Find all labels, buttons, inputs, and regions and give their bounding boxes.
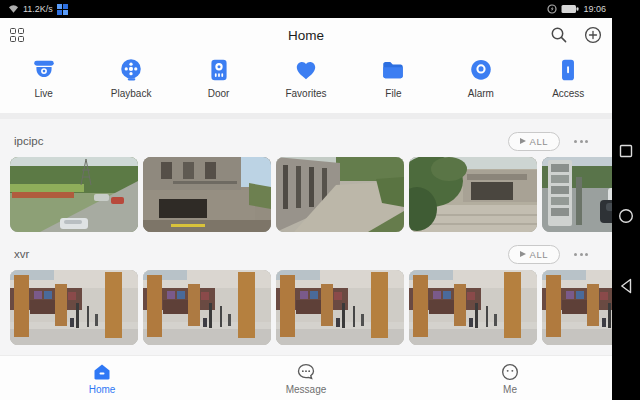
app-screen: 11.2K/s 19:06 (0, 0, 640, 400)
battery-icon (561, 4, 579, 14)
camera-thumbnail-parking[interactable] (542, 157, 612, 232)
home-icon (92, 362, 112, 382)
camera-thumb-row (10, 157, 612, 232)
more-options-icon[interactable] (574, 140, 588, 143)
device-section-ipcipc: ipcipc ALL (0, 129, 612, 232)
me-face-icon (500, 362, 520, 382)
camera-thumbnail-library[interactable] (10, 270, 138, 345)
sync-app-icon (57, 4, 68, 15)
tab-label: Home (89, 384, 116, 395)
play-all-button[interactable]: ALL (508, 132, 560, 151)
shortcut-alarm[interactable]: Alarm (437, 57, 524, 113)
android-home-icon[interactable] (618, 208, 634, 224)
status-bar: 11.2K/s 19:06 (0, 0, 640, 18)
play-all-button[interactable]: ALL (508, 245, 560, 264)
network-signal-icon (8, 4, 19, 14)
play-all-label: ALL (530, 249, 548, 260)
heart-icon (293, 57, 319, 83)
shortcut-door[interactable]: Door (175, 57, 262, 113)
shortcut-label: Door (208, 88, 230, 99)
device-name: xvr (14, 248, 29, 260)
camera-thumbnail-street[interactable] (10, 157, 138, 232)
tab-me[interactable]: Me (408, 356, 612, 400)
camera-thumbnail-building[interactable] (143, 157, 271, 232)
camera-thumbnail-walkway[interactable] (276, 157, 404, 232)
clock: 19:06 (583, 4, 606, 14)
battery-saver-icon (547, 4, 557, 14)
shortcut-label: Access (552, 88, 584, 99)
section-divider (0, 113, 612, 119)
dome-camera-icon (31, 57, 57, 83)
shortcut-label: Live (35, 88, 53, 99)
tab-message[interactable]: Message (204, 356, 408, 400)
playback-reel-icon (118, 57, 144, 83)
add-device-icon[interactable] (584, 26, 602, 44)
page-title: Home (0, 28, 612, 43)
shortcut-label: File (385, 88, 401, 99)
shortcut-row: Live Playback (0, 52, 612, 113)
apps-grid-icon[interactable] (10, 28, 24, 42)
bottom-nav: Home Message Me (0, 355, 612, 400)
network-speed: 11.2K/s (23, 4, 53, 14)
tab-label: Me (503, 384, 517, 395)
app-window: Home (0, 18, 612, 400)
search-icon[interactable] (550, 26, 568, 44)
camera-thumbnail-library[interactable] (542, 270, 612, 345)
more-options-icon[interactable] (574, 253, 588, 256)
alarm-siren-icon (468, 57, 494, 83)
play-icon (520, 138, 526, 144)
shortcut-playback[interactable]: Playback (87, 57, 174, 113)
back-icon[interactable] (620, 278, 632, 294)
play-all-label: ALL (530, 136, 548, 147)
door-intercom-icon (206, 57, 232, 83)
recents-icon[interactable] (619, 144, 633, 158)
device-section-xvr: xvr ALL (0, 242, 612, 345)
camera-thumbnail-library[interactable] (143, 270, 271, 345)
camera-thumbnail-entrance[interactable] (409, 157, 537, 232)
message-bubble-icon (296, 362, 316, 382)
shortcut-file[interactable]: File (350, 57, 437, 113)
shortcut-favorites[interactable]: Favorites (262, 57, 349, 113)
device-name: ipcipc (14, 135, 43, 147)
shortcut-access[interactable]: Access (525, 57, 612, 113)
header: Home (0, 18, 612, 52)
tab-home[interactable]: Home (0, 356, 204, 400)
folder-icon (380, 57, 406, 83)
camera-thumb-row (10, 270, 612, 345)
play-icon (520, 251, 526, 257)
shortcut-label: Alarm (468, 88, 494, 99)
tab-label: Message (286, 384, 327, 395)
android-nav-bar (612, 18, 640, 400)
shortcut-label: Favorites (285, 88, 326, 99)
shortcut-label: Playback (111, 88, 152, 99)
camera-thumbnail-library[interactable] (276, 270, 404, 345)
camera-thumbnail-library[interactable] (409, 270, 537, 345)
shortcut-live[interactable]: Live (0, 57, 87, 113)
access-control-icon (555, 57, 581, 83)
